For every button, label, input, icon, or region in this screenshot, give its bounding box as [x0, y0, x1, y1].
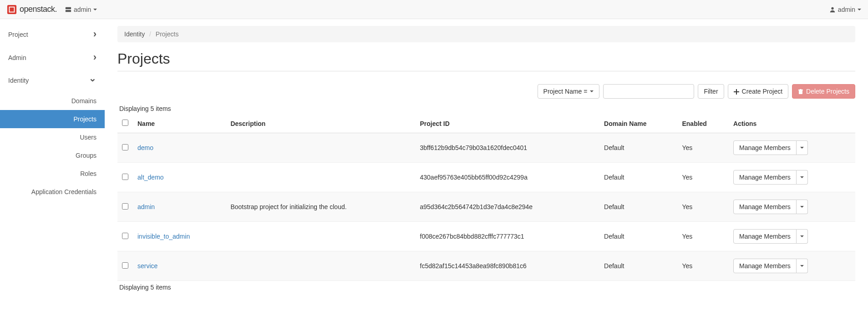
sidebar-item-label: Admin [8, 54, 26, 61]
svg-rect-10 [800, 89, 802, 90]
project-enabled: Yes [677, 133, 729, 163]
row-checkbox[interactable] [122, 262, 128, 269]
page-separator [117, 71, 855, 71]
project-description [226, 251, 415, 281]
trash-icon [798, 89, 803, 94]
main-content: Identity / Projects Projects Project Nam… [105, 19, 868, 325]
breadcrumb-root[interactable]: Identity [124, 30, 145, 38]
project-name-link[interactable]: service [137, 262, 157, 270]
project-description [226, 222, 415, 251]
row-actions-dropdown[interactable] [797, 140, 808, 155]
svg-point-5 [831, 7, 833, 9]
topbar: openstack. admin admin [0, 0, 868, 19]
manage-members-button[interactable]: Manage Members [733, 170, 797, 185]
project-description [226, 163, 415, 192]
row-checkbox[interactable] [122, 144, 128, 150]
caret-down-icon [800, 206, 804, 208]
sidebar-item-label: Project [8, 31, 28, 38]
project-enabled: Yes [677, 192, 729, 222]
project-name-link[interactable]: invisible_to_admin [137, 233, 190, 240]
caret-down-icon [800, 147, 804, 149]
sidebar-sub-domains[interactable]: Domains [0, 92, 105, 110]
filter-field-label: Project Name = [543, 88, 588, 95]
project-name-link[interactable]: admin [137, 203, 155, 210]
sidebar-item-identity[interactable]: Identity [0, 69, 105, 92]
manage-members-button[interactable]: Manage Members [733, 229, 797, 244]
breadcrumb: Identity / Projects [117, 26, 855, 42]
select-all-checkbox[interactable] [122, 120, 128, 126]
project-enabled: Yes [677, 222, 729, 251]
server-icon [65, 6, 71, 13]
row-actions-dropdown[interactable] [797, 200, 808, 214]
sidebar-item-project[interactable]: Project [0, 23, 105, 46]
svg-rect-9 [798, 90, 803, 90]
chevron-down-icon [89, 75, 96, 85]
filter-button[interactable]: Filter [698, 84, 724, 99]
table-toolbar: Project Name = Filter Create Project Del… [117, 84, 855, 99]
project-domain: Default [599, 163, 677, 192]
project-description [226, 133, 415, 163]
project-enabled: Yes [677, 251, 729, 281]
create-project-button[interactable]: Create Project [728, 84, 788, 99]
chevron-right-icon [93, 29, 96, 40]
manage-members-button[interactable]: Manage Members [733, 140, 797, 155]
table-row: invisible_to_adminf008ce267bc84bbd882cff… [117, 222, 855, 251]
brand-logo[interactable]: openstack. [7, 5, 57, 15]
project-domain: Default [599, 133, 677, 163]
openstack-logo-icon [7, 5, 17, 15]
filter-input[interactable] [603, 84, 694, 99]
project-name-link[interactable]: alt_demo [137, 174, 164, 181]
row-checkbox[interactable] [122, 233, 128, 239]
user-menu[interactable]: admin [829, 6, 861, 13]
svg-rect-8 [799, 90, 802, 94]
sidebar-sub-app-creds[interactable]: Application Credentials [0, 183, 105, 201]
breadcrumb-current: Projects [156, 30, 179, 38]
caret-down-icon [590, 90, 594, 92]
domain-switcher[interactable]: admin [65, 6, 97, 13]
project-domain: Default [599, 251, 677, 281]
col-name[interactable]: Name [133, 114, 226, 133]
sidebar-sub-groups[interactable]: Groups [0, 146, 105, 165]
svg-rect-3 [66, 7, 71, 9]
item-count-bottom: Displaying 5 items [119, 284, 855, 291]
row-checkbox[interactable] [122, 174, 128, 180]
project-id: fc5d82af15c14453a8ea98fc890b81c6 [416, 251, 600, 281]
sidebar-sub-users[interactable]: Users [0, 128, 105, 146]
create-project-label: Create Project [742, 88, 782, 95]
row-actions-dropdown[interactable] [797, 259, 808, 273]
col-project-id[interactable]: Project ID [416, 114, 600, 133]
project-id: a95d364c2b564742b1d3e7da4c8e294e [416, 192, 600, 222]
col-domain[interactable]: Domain Name [599, 114, 677, 133]
chevron-right-icon [93, 52, 96, 63]
manage-members-button[interactable]: Manage Members [733, 200, 797, 214]
caret-down-icon [800, 235, 804, 237]
breadcrumb-separator: / [149, 30, 151, 38]
caret-down-icon [800, 265, 804, 267]
user-icon [829, 6, 836, 13]
sidebar-sub-roles[interactable]: Roles [0, 165, 105, 183]
row-actions-dropdown[interactable] [797, 170, 808, 185]
table-row: alt_demo430aef95763e405bb65ff00d92c4299a… [117, 163, 855, 192]
delete-projects-button[interactable]: Delete Projects [792, 84, 855, 99]
project-id: 3bff612b9db54c79b03a1620fdec0401 [416, 133, 600, 163]
item-count-top: Displaying 5 items [119, 105, 855, 112]
sidebar-sub-projects[interactable]: Projects [0, 110, 105, 128]
project-id: f008ce267bc84bbd882cfffc777773c1 [416, 222, 600, 251]
caret-down-icon [93, 9, 97, 10]
manage-members-button[interactable]: Manage Members [733, 259, 797, 273]
sidebar-item-admin[interactable]: Admin [0, 46, 105, 69]
project-domain: Default [599, 222, 677, 251]
project-name-link[interactable]: demo [137, 144, 153, 151]
filter-field-dropdown[interactable]: Project Name = [538, 84, 600, 99]
user-menu-label: admin [838, 6, 855, 13]
svg-rect-2 [10, 7, 14, 11]
col-description[interactable]: Description [226, 114, 415, 133]
svg-rect-4 [66, 10, 71, 11]
topbar-left: openstack. admin [7, 5, 97, 15]
row-checkbox[interactable] [122, 203, 128, 210]
row-actions-dropdown[interactable] [797, 229, 808, 244]
caret-down-icon [800, 176, 804, 178]
project-enabled: Yes [677, 163, 729, 192]
col-enabled[interactable]: Enabled [677, 114, 729, 133]
domain-switcher-label: admin [74, 6, 91, 13]
